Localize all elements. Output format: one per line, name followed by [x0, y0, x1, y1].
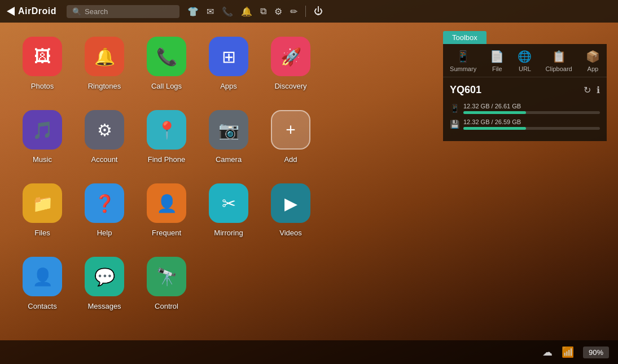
toolbox-url-label: URL [519, 65, 531, 72]
toolbox-file-label: File [492, 65, 502, 72]
ringtones-label: Ringtones [88, 82, 121, 90]
call-logs-icon: 📞 [147, 37, 186, 76]
phone-icon[interactable]: 📞 [222, 6, 233, 17]
storage-bar-bg-1 [463, 111, 600, 114]
toolbox-clipboard-label: Clipboard [546, 65, 572, 72]
envelope-icon[interactable]: ✉ [207, 6, 214, 17]
app-item-music[interactable]: 🎵Music [11, 104, 73, 178]
device-header: YQ601 ↻ ℹ [450, 84, 600, 96]
bell-icon[interactable]: 🔔 [241, 6, 252, 17]
copy-icon[interactable]: ⧉ [260, 6, 266, 16]
toolbox-app-label: App [588, 65, 599, 72]
app-item-contacts[interactable]: 👤Contacts [11, 251, 73, 324]
camera-icon: 📷 [209, 110, 248, 150]
phone-storage-icon: 📱 [450, 104, 459, 113]
mirroring-icon: ✂ [209, 183, 248, 223]
frequent-label: Frequent [152, 229, 181, 237]
music-label: Music [33, 155, 52, 164]
app-item-add[interactable]: +Add [260, 104, 322, 178]
search-input[interactable] [85, 7, 164, 16]
storage-bar-fill-1 [463, 111, 526, 114]
add-label: Add [284, 155, 297, 164]
toolbox-nav-app[interactable]: 📦App [586, 50, 600, 72]
app-item-help[interactable]: ❓Help [73, 178, 135, 251]
app-item-discovery[interactable]: 🚀Discovery [260, 31, 322, 104]
app-item-mirroring[interactable]: ✂Mirroring [198, 178, 260, 251]
power-icon[interactable]: ⏻ [314, 6, 323, 16]
app-item-messages[interactable]: 💬Messages [73, 251, 135, 324]
toolbox-nav: 📱Summary📄File🌐URL📋Clipboard📦App [443, 44, 607, 77]
toolbox-clipboard-icon: 📋 [552, 50, 566, 63]
app-item-videos[interactable]: ▶Videos [260, 178, 322, 251]
app-item-account[interactable]: ⚙Account [73, 104, 135, 178]
toolbox-nav-clipboard[interactable]: 📋Clipboard [546, 50, 572, 72]
account-icon: ⚙ [85, 110, 124, 150]
discovery-label: Discovery [274, 82, 306, 90]
contacts-label: Contacts [28, 302, 56, 310]
videos-icon: ▶ [271, 183, 310, 223]
app-item-control[interactable]: 🔭Control [135, 251, 198, 324]
toolbox-app-icon: 📦 [586, 50, 600, 63]
toolbox-nav-file[interactable]: 📄File [490, 50, 504, 72]
app-item-apps[interactable]: ⊞Apps [198, 31, 260, 104]
photos-label: Photos [31, 82, 54, 90]
videos-label: Videos [279, 229, 302, 237]
app-item-camera[interactable]: 📷Camera [198, 104, 260, 178]
app-item-ringtones[interactable]: 🔔Ringtones [73, 31, 135, 104]
device-name: YQ601 [450, 84, 481, 96]
search-icon: 🔍 [72, 7, 81, 16]
storage-bar-fill-2 [463, 127, 526, 130]
battery-indicator: 90% [583, 347, 609, 358]
pen-icon[interactable]: ✏ [290, 6, 297, 17]
photos-icon: 🖼 [23, 37, 62, 76]
topbar: AirDroid 🔍 👕 ✉ 📞 🔔 ⧉ ⚙ ✏ ⏻ [0, 0, 618, 23]
app-grid: 🖼Photos🔔Ringtones📞Call Logs⊞Apps🚀Discove… [11, 31, 322, 324]
logo: AirDroid [7, 6, 56, 16]
music-icon: 🎵 [23, 110, 62, 150]
app-item-files[interactable]: 📁Files [11, 178, 73, 251]
app-item-call-logs[interactable]: 📞Call Logs [135, 31, 198, 104]
toolbox-file-icon: 📄 [490, 50, 504, 63]
control-label: Control [155, 302, 178, 310]
find-phone-label: Find Phone [148, 155, 186, 164]
toolbox-nav-url[interactable]: 🌐URL [518, 50, 532, 72]
storage-row-1: 📱 12.32 GB / 26.61 GB [450, 103, 600, 114]
messages-icon: 💬 [85, 257, 124, 296]
logo-text: AirDroid [18, 6, 56, 16]
apps-icon: ⊞ [209, 37, 248, 76]
storage-row-2: 💾 12.32 GB / 26.59 GB [450, 119, 600, 130]
refresh-icon[interactable]: ↻ [584, 85, 591, 95]
info-icon[interactable]: ℹ [597, 85, 600, 95]
help-label: Help [97, 229, 112, 237]
camera-label: Camera [216, 155, 242, 164]
mirroring-label: Mirroring [214, 229, 243, 237]
call-logs-label: Call Logs [151, 82, 182, 90]
storage-text-2: 12.32 GB / 26.59 GB [463, 119, 600, 125]
frequent-icon: 👤 [147, 183, 186, 223]
search-bar[interactable]: 🔍 [67, 5, 179, 18]
account-label: Account [91, 155, 118, 164]
toolbox-body: YQ601 ↻ ℹ 📱 12.32 GB / 26.61 GB 💾 12.32 … [443, 77, 607, 141]
device-actions: ↻ ℹ [584, 85, 600, 95]
toolbox-nav-summary[interactable]: 📱Summary [450, 50, 476, 72]
toolbox-tab[interactable]: Toolbox [443, 31, 486, 44]
app-item-photos[interactable]: 🖼Photos [11, 31, 73, 104]
gear-icon[interactable]: ⚙ [274, 6, 282, 17]
divider [305, 6, 306, 17]
ringtones-icon: 🔔 [85, 37, 124, 76]
topbar-icons: 👕 ✉ 📞 🔔 ⧉ ⚙ ✏ ⏻ [187, 6, 323, 17]
cloud-icon[interactable]: ☁ [542, 346, 553, 358]
bottombar: ☁ 📶 90% [0, 340, 618, 364]
logo-arrow-icon [7, 7, 15, 16]
wifi-icon[interactable]: 📶 [562, 346, 574, 358]
storage-info-1: 12.32 GB / 26.61 GB [463, 103, 600, 114]
help-icon: ❓ [85, 183, 124, 223]
messages-label: Messages [87, 302, 121, 310]
app-item-find-phone[interactable]: 📍Find Phone [135, 104, 198, 178]
add-icon: + [271, 110, 310, 150]
shirt-icon[interactable]: 👕 [187, 6, 199, 17]
app-item-frequent[interactable]: 👤Frequent [135, 178, 198, 251]
contacts-icon: 👤 [23, 257, 62, 296]
files-label: Files [34, 229, 50, 237]
apps-label: Apps [220, 82, 237, 90]
